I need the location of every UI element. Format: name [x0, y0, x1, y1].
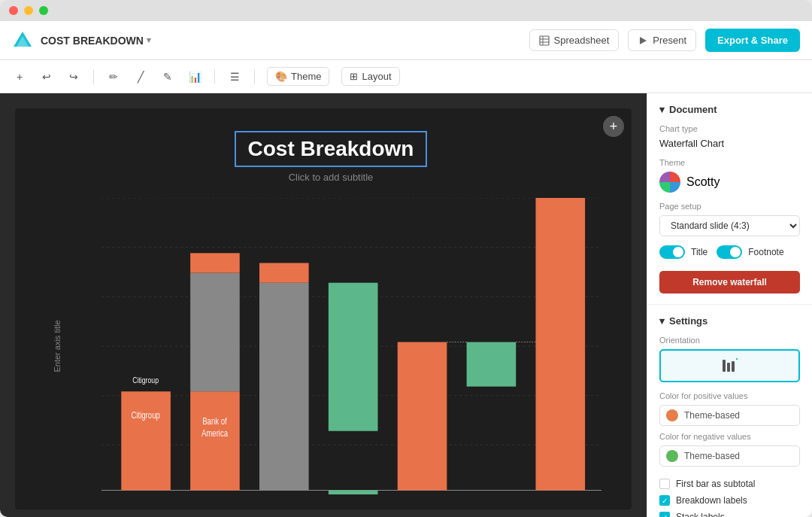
svg-rect-30 [736, 358, 738, 360]
svg-rect-2 [540, 36, 549, 45]
bar-2-base [190, 391, 240, 490]
breakdown-check-icon: ✓ [662, 497, 668, 505]
remove-waterfall-button[interactable]: Remove waterfall [659, 271, 800, 293]
page-setup-select[interactable]: Standard slide (4:3) [659, 215, 800, 236]
first-bar-row: First bar as subtotal [659, 479, 800, 489]
color-negative-row[interactable]: Theme-based [659, 446, 800, 467]
title-toggle-label: Title [691, 247, 707, 257]
settings-chevron-icon: ▾ [659, 315, 665, 327]
edit-icon[interactable]: ✏ [106, 69, 121, 84]
color-negative-value: Theme-based [684, 451, 740, 461]
color-positive-row[interactable]: Theme-based [659, 405, 800, 426]
theme-swatch[interactable]: Scotty [659, 172, 800, 193]
orientation-label: Orientation [659, 336, 800, 345]
main-content: Cost Breakdown Click to add subtitle + E… [0, 93, 812, 517]
bar-4 [329, 283, 378, 431]
document-header[interactable]: ▾ Document [659, 104, 800, 115]
page-setup-label: Page setup [659, 202, 800, 211]
theme-icon: 🎨 [275, 71, 287, 82]
layout-button[interactable]: ⊞ Layout [341, 67, 399, 86]
theme-button[interactable]: 🎨 Theme [267, 67, 329, 86]
add-element-button[interactable]: + [603, 116, 624, 137]
pencil-icon[interactable]: ✎ [160, 69, 175, 84]
toggles-row: Title Footnote [659, 245, 800, 265]
redo-icon[interactable]: ↪ [66, 69, 81, 84]
chart-type-value: Waterfall Chart [659, 138, 800, 149]
chart-subtitle[interactable]: Click to add subtitle [289, 172, 374, 183]
minimize-button[interactable] [24, 6, 33, 15]
toolbar: + ↩ ↪ ✏ ╱ ✎ 📊 ☰ 🎨 Theme ⊞ Layout [0, 60, 812, 93]
title-toggle[interactable] [659, 245, 685, 259]
right-panel: ▾ Document Chart type Waterfall Chart Th… [647, 93, 812, 517]
list-icon[interactable]: ☰ [227, 69, 242, 84]
y-axis-label: Enter axis title [53, 320, 62, 372]
footnote-toggle-label: Footnote [748, 247, 783, 257]
svg-rect-27 [723, 360, 726, 372]
orientation-button[interactable] [659, 349, 800, 382]
bar-3 [259, 283, 309, 491]
add-icon[interactable]: + [12, 69, 27, 84]
toolbar-divider-2 [214, 69, 215, 84]
top-bar: COST BREAKDOWN ▾ Spreadsheet Present [0, 21, 812, 60]
stack-labels-label: Stack labels [676, 512, 725, 517]
svg-text:Bank of: Bank of [202, 416, 227, 426]
svg-text:Citigroup: Citigroup [132, 376, 159, 385]
present-icon [638, 35, 648, 46]
first-bar-checkbox[interactable] [659, 479, 670, 489]
theme-circle [659, 172, 680, 193]
toolbar-divider-3 [254, 69, 255, 84]
chart-area: Enter axis title $ 300,000 [60, 198, 601, 494]
line-icon[interactable]: ╱ [133, 69, 148, 84]
title-toggle-row: Title [659, 245, 707, 259]
spreadsheet-icon [539, 35, 550, 46]
chart-type-label: Chart type [659, 124, 800, 133]
title-bar [0, 0, 812, 21]
breakdown-label: Breakdown labels [676, 495, 747, 506]
color-negative-dot [666, 450, 678, 462]
first-bar-label: First bar as subtotal [676, 479, 755, 489]
app-title[interactable]: COST BREAKDOWN ▾ [41, 35, 151, 47]
svg-text:America: America [201, 428, 229, 438]
bar-1 [121, 391, 171, 490]
bar-6 [467, 342, 517, 387]
canvas-area[interactable]: Cost Breakdown Click to add subtitle + E… [0, 93, 647, 517]
theme-name: Scotty [686, 175, 720, 189]
bar-3-top [259, 263, 309, 282]
slide: Cost Breakdown Click to add subtitle + E… [15, 108, 632, 509]
stack-check-icon: ✓ [662, 513, 668, 518]
chart-title-box[interactable]: Cost Breakdown [235, 131, 428, 167]
waterfall-chart-svg: $ 300,000 $ 250,000 $ 200,000 $ 150,000 … [102, 198, 601, 494]
spreadsheet-button[interactable]: Spreadsheet [529, 29, 620, 51]
export-share-button[interactable]: Export & Share [705, 29, 800, 52]
close-button[interactable] [9, 6, 18, 15]
present-button[interactable]: Present [628, 29, 696, 51]
document-section: ▾ Document Chart type Waterfall Chart Th… [647, 93, 812, 305]
app-logo [12, 30, 33, 51]
app-window: COST BREAKDOWN ▾ Spreadsheet Present [0, 0, 812, 517]
toolbar-divider-1 [93, 69, 94, 84]
color-positive-value: Theme-based [684, 410, 740, 421]
top-bar-actions: Spreadsheet Present Export & Share [529, 29, 800, 52]
breakdown-row: ✓ Breakdown labels [659, 495, 800, 506]
breakdown-checkbox[interactable]: ✓ [659, 495, 670, 506]
bar-2-gray [190, 273, 240, 392]
bar-4-bottom [329, 491, 378, 494]
settings-section: ▾ Settings Orientation Color for positiv… [647, 305, 812, 517]
svg-marker-6 [640, 37, 647, 44]
footnote-toggle[interactable] [717, 245, 742, 259]
stack-labels-row: ✓ Stack labels [659, 512, 800, 517]
chevron-icon: ▾ [147, 35, 151, 45]
chart-icon[interactable]: 📊 [187, 69, 202, 84]
bar-7 [536, 198, 586, 491]
settings-header[interactable]: ▾ Settings [659, 315, 800, 327]
stack-labels-checkbox[interactable]: ✓ [659, 512, 670, 517]
chart-title: Cost Breakdown [248, 137, 414, 160]
svg-rect-28 [727, 363, 730, 372]
bar-2-top [190, 253, 240, 272]
document-chevron-icon: ▾ [659, 104, 665, 115]
svg-text:Citigroup: Citigroup [131, 410, 159, 420]
maximize-button[interactable] [39, 6, 48, 15]
orientation-icon [721, 357, 739, 375]
color-positive-label: Color for positive values [659, 391, 800, 400]
undo-icon[interactable]: ↩ [39, 69, 54, 84]
